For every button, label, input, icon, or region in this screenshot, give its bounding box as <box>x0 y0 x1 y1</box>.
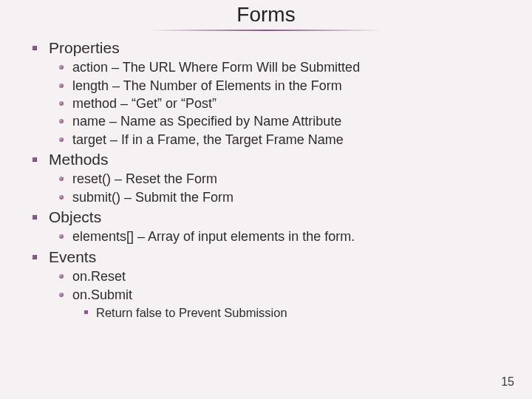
list-item: on.Reset <box>72 268 508 285</box>
list-item: target – If in a Frame, the Target Frame… <box>72 132 508 149</box>
section-items-events: on.Reset on.Submit Return false to Preve… <box>49 268 508 321</box>
slide-content: Properties action – The URL Where Form W… <box>24 38 508 321</box>
list-item: method – “Get” or “Post” <box>72 95 508 112</box>
list-item: length – The Number of Elements in the F… <box>72 78 508 95</box>
list-item: on.Submit <box>72 287 508 304</box>
list-item: elements[] – Array of input elements in … <box>72 228 508 245</box>
list-item: submit() – Submit the Form <box>72 189 508 206</box>
list-item: name – Name as Specified by Name Attribu… <box>72 113 508 130</box>
list-item: action – The URL Where Form Will be Subm… <box>72 59 508 76</box>
list-item: reset() – Reset the Form <box>72 171 508 188</box>
section-subitems-events: Return false to Prevent Submission <box>72 304 508 321</box>
section-items-methods: reset() – Reset the Form submit() – Subm… <box>49 171 508 206</box>
page-number: 15 <box>501 375 514 389</box>
section-items-objects: elements[] – Array of input elements in … <box>49 228 508 245</box>
section-heading-objects: Objects <box>49 208 508 227</box>
section-heading-properties: Properties <box>49 38 508 58</box>
section-heading-methods: Methods <box>49 150 508 169</box>
slide-title: Forms <box>24 3 508 27</box>
section-items-properties: action – The URL Where Form Will be Subm… <box>49 59 508 149</box>
list-subitem: Return false to Prevent Submission <box>96 304 508 321</box>
slide: Forms Properties action – The URL Where … <box>0 0 532 399</box>
section-heading-events: Events <box>49 248 508 267</box>
title-underline <box>148 30 384 31</box>
